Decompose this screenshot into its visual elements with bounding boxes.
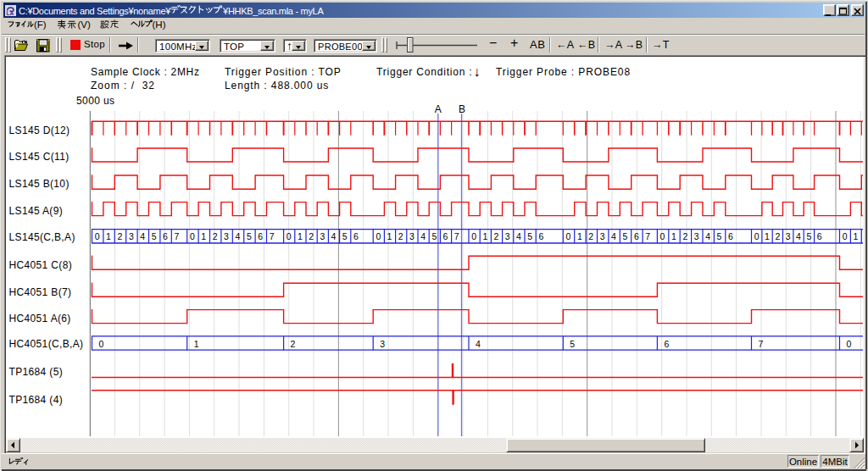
svg-text:5: 5 — [623, 231, 628, 241]
svg-text:0: 0 — [99, 339, 104, 349]
svg-text:3: 3 — [786, 231, 791, 241]
svg-text:1: 1 — [106, 231, 111, 241]
svg-text:6: 6 — [817, 231, 822, 241]
svg-text:3: 3 — [505, 231, 510, 241]
svg-text:2: 2 — [588, 231, 593, 241]
svg-text:LS145(C,B,A): LS145(C,B,A) — [9, 231, 75, 243]
svg-text:TP1684 (4): TP1684 (4) — [9, 394, 64, 406]
svg-text:7: 7 — [454, 231, 459, 241]
svg-text:2: 2 — [494, 231, 499, 241]
svg-text:4: 4 — [476, 339, 481, 349]
svg-text:Trigger Position : TOP: Trigger Position : TOP — [225, 66, 342, 78]
svg-text:6: 6 — [443, 231, 448, 241]
svg-text:5000 us: 5000 us — [76, 95, 115, 107]
svg-text:0: 0 — [287, 231, 292, 241]
svg-text:1: 1 — [201, 231, 206, 241]
svg-text:HC4051(C,B,A): HC4051(C,B,A) — [9, 338, 84, 350]
svg-text:1: 1 — [298, 231, 303, 241]
svg-text:5: 5 — [717, 231, 722, 241]
svg-text:7: 7 — [645, 231, 650, 241]
svg-text:3: 3 — [320, 231, 325, 241]
svg-text:5: 5 — [570, 339, 575, 349]
svg-text:HC4051 A(6): HC4051 A(6) — [9, 313, 71, 324]
svg-text:0: 0 — [847, 339, 852, 349]
svg-text:7: 7 — [270, 231, 275, 241]
svg-text:4: 4 — [611, 231, 616, 241]
svg-text:7: 7 — [759, 339, 764, 349]
svg-text:B: B — [459, 103, 465, 115]
svg-text:2: 2 — [682, 231, 687, 241]
svg-text:0: 0 — [566, 231, 571, 241]
svg-text:4: 4 — [705, 231, 710, 241]
svg-text:6: 6 — [258, 231, 263, 241]
svg-text:3: 3 — [129, 231, 134, 241]
svg-text:LS145 D(12): LS145 D(12) — [9, 125, 70, 136]
svg-text:Sample Clock : 2MHz: Sample Clock : 2MHz — [91, 66, 200, 78]
svg-text:6: 6 — [728, 231, 733, 241]
svg-text:Trigger Probe : PROBE08: Trigger Probe : PROBE08 — [496, 66, 631, 78]
svg-text:7: 7 — [175, 231, 180, 241]
svg-text:↓: ↓ — [474, 64, 481, 79]
svg-text:3: 3 — [600, 231, 605, 241]
svg-text:4: 4 — [796, 231, 801, 241]
svg-text:2: 2 — [775, 231, 780, 241]
svg-text:0: 0 — [190, 231, 195, 241]
svg-text:5: 5 — [527, 231, 532, 241]
svg-text:6: 6 — [353, 231, 359, 241]
svg-text:HC4051 C(8): HC4051 C(8) — [9, 259, 73, 271]
svg-text:2: 2 — [213, 231, 218, 241]
svg-text:3: 3 — [409, 231, 415, 241]
svg-text:3: 3 — [224, 231, 229, 241]
svg-text:4: 4 — [140, 231, 145, 241]
svg-text:4: 4 — [236, 231, 241, 241]
svg-text:0: 0 — [843, 231, 848, 241]
svg-text:5: 5 — [431, 231, 437, 241]
svg-text:0: 0 — [754, 231, 760, 241]
svg-text:Zoom : / 32: Zoom : / 32 — [91, 80, 155, 91]
svg-text:4: 4 — [331, 231, 337, 241]
svg-text:2: 2 — [309, 231, 314, 241]
svg-text:LS145 B(10): LS145 B(10) — [9, 178, 70, 190]
svg-text:1: 1 — [765, 231, 770, 241]
svg-text:6: 6 — [538, 231, 543, 241]
svg-text:5: 5 — [807, 231, 812, 241]
svg-text:3: 3 — [694, 231, 699, 241]
svg-text:LS145 C(11): LS145 C(11) — [9, 151, 70, 163]
svg-text:HC4051 B(7): HC4051 B(7) — [9, 286, 72, 298]
svg-text:2: 2 — [118, 231, 123, 241]
svg-text:5: 5 — [152, 231, 157, 241]
svg-text:0: 0 — [376, 231, 381, 241]
svg-text:Length : 488.000 us: Length : 488.000 us — [225, 80, 329, 91]
svg-text:1: 1 — [482, 231, 487, 241]
svg-text:2: 2 — [291, 339, 296, 349]
svg-text:1: 1 — [854, 231, 859, 241]
svg-text:0: 0 — [660, 231, 665, 241]
svg-text:5: 5 — [247, 231, 252, 241]
svg-text:6: 6 — [163, 231, 168, 241]
svg-text:6: 6 — [664, 339, 669, 349]
svg-text:1: 1 — [387, 231, 392, 241]
svg-text:4: 4 — [516, 231, 521, 241]
svg-text:1: 1 — [577, 231, 582, 241]
svg-text:0: 0 — [471, 231, 476, 241]
svg-text:4: 4 — [420, 231, 426, 241]
svg-text:3: 3 — [380, 339, 385, 349]
svg-text:A: A — [435, 103, 442, 115]
svg-text:Trigger Condition :: Trigger Condition : — [376, 66, 472, 78]
svg-text:0: 0 — [95, 231, 100, 241]
svg-text:1: 1 — [194, 339, 199, 349]
svg-text:2: 2 — [398, 231, 403, 241]
svg-text:6: 6 — [634, 231, 639, 241]
svg-text:1: 1 — [671, 231, 676, 241]
svg-text:LS145 A(9): LS145 A(9) — [9, 205, 64, 217]
svg-text:TP1684 (5): TP1684 (5) — [9, 366, 64, 378]
svg-text:LA: LA — [7, 10, 14, 16]
svg-text:5: 5 — [342, 231, 348, 241]
